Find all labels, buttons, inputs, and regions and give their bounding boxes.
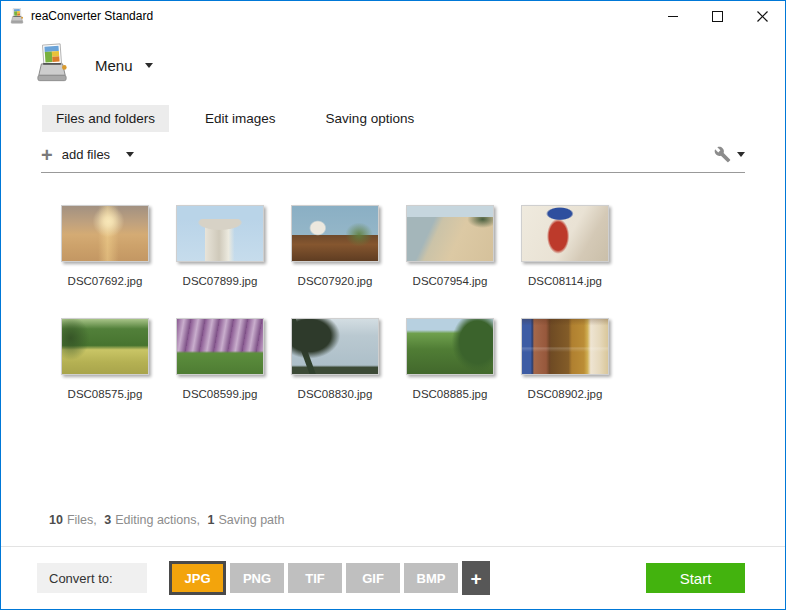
- add-files-label: add files: [62, 147, 110, 162]
- format-button-bmp[interactable]: BMP: [404, 563, 458, 593]
- files-label: Files,: [67, 513, 97, 527]
- window-controls: [650, 1, 785, 31]
- file-name: DSC07692.jpg: [61, 275, 149, 287]
- file-name: DSC07920.jpg: [291, 275, 379, 287]
- file-name: DSC08902.jpg: [521, 388, 609, 400]
- tab-saving-options[interactable]: Saving options: [312, 105, 429, 132]
- wrench-icon: [714, 146, 731, 163]
- file-item[interactable]: DSC08830.jpg: [291, 318, 379, 400]
- maximize-icon: [712, 11, 723, 22]
- caret-down-icon: [145, 63, 153, 68]
- file-thumbnail[interactable]: [291, 205, 379, 262]
- files-count: 10: [49, 513, 63, 527]
- close-icon: [757, 11, 768, 22]
- file-item[interactable]: DSC08885.jpg: [406, 318, 494, 400]
- file-item[interactable]: DSC07692.jpg: [61, 205, 149, 287]
- file-thumbnail[interactable]: [176, 205, 264, 262]
- convert-to-label: Convert to:: [37, 563, 147, 593]
- caret-down-icon: [126, 152, 134, 157]
- caret-down-icon: [737, 152, 745, 157]
- plus-icon: +: [41, 148, 53, 162]
- tab-bar: Files and folders Edit images Saving opt…: [42, 105, 785, 132]
- menu-button[interactable]: Menu: [37, 43, 785, 87]
- file-name: DSC07954.jpg: [406, 275, 494, 287]
- app-window: reaConverter Standard: [0, 0, 786, 610]
- tab-files-and-folders[interactable]: Files and folders: [42, 105, 169, 132]
- file-thumbnail[interactable]: [291, 318, 379, 375]
- file-item[interactable]: DSC08599.jpg: [176, 318, 264, 400]
- file-grid: DSC07692.jpg DSC07899.jpg DSC07920.jpg D…: [61, 205, 785, 400]
- minimize-icon: [668, 16, 678, 17]
- minimize-button[interactable]: [650, 1, 695, 31]
- format-button-jpg[interactable]: JPG: [169, 561, 226, 595]
- printer-photo-icon: [37, 43, 67, 87]
- file-thumbnail[interactable]: [176, 318, 264, 375]
- settings-menu-button[interactable]: [714, 146, 745, 163]
- file-item[interactable]: DSC08902.jpg: [521, 318, 609, 400]
- add-format-button[interactable]: +: [462, 561, 490, 595]
- format-button-row: JPGPNGTIFGIFBMP: [169, 561, 462, 595]
- file-item[interactable]: DSC08575.jpg: [61, 318, 149, 400]
- format-button-png[interactable]: PNG: [230, 563, 284, 593]
- saving-path-label: Saving path: [218, 513, 284, 527]
- file-name: DSC08114.jpg: [521, 275, 609, 287]
- file-thumbnail[interactable]: [521, 318, 609, 375]
- file-name: DSC08885.jpg: [406, 388, 494, 400]
- file-thumbnail[interactable]: [406, 205, 494, 262]
- file-thumbnail[interactable]: [521, 205, 609, 262]
- file-thumbnail[interactable]: [61, 318, 149, 375]
- toolbar: + add files: [41, 146, 745, 173]
- file-item[interactable]: DSC07920.jpg: [291, 205, 379, 287]
- file-item[interactable]: DSC07954.jpg: [406, 205, 494, 287]
- tab-edit-images[interactable]: Edit images: [191, 105, 290, 132]
- editing-actions-label: Editing actions,: [115, 513, 200, 527]
- close-button[interactable]: [740, 1, 785, 31]
- window-title: reaConverter Standard: [31, 9, 153, 23]
- file-name: DSC08830.jpg: [291, 388, 379, 400]
- bottom-bar: Convert to: JPGPNGTIFGIFBMP + Start: [1, 546, 785, 609]
- editing-actions-count: 3: [104, 513, 111, 527]
- add-files-button[interactable]: + add files: [41, 147, 134, 162]
- title-bar: reaConverter Standard: [1, 1, 785, 31]
- file-name: DSC07899.jpg: [176, 275, 264, 287]
- status-summary: 10Files, 3Editing actions, 1Saving path: [49, 513, 288, 527]
- file-item[interactable]: DSC07899.jpg: [176, 205, 264, 287]
- saving-path-count: 1: [207, 513, 214, 527]
- app-printer-photo-icon: [9, 8, 25, 24]
- file-item[interactable]: DSC08114.jpg: [521, 205, 609, 287]
- start-button[interactable]: Start: [646, 563, 745, 593]
- format-button-tif[interactable]: TIF: [288, 563, 342, 593]
- file-name: DSC08575.jpg: [61, 388, 149, 400]
- format-button-gif[interactable]: GIF: [346, 563, 400, 593]
- file-name: DSC08599.jpg: [176, 388, 264, 400]
- file-thumbnail[interactable]: [61, 205, 149, 262]
- file-thumbnail[interactable]: [406, 318, 494, 375]
- maximize-button[interactable]: [695, 1, 740, 31]
- menu-label: Menu: [95, 57, 133, 74]
